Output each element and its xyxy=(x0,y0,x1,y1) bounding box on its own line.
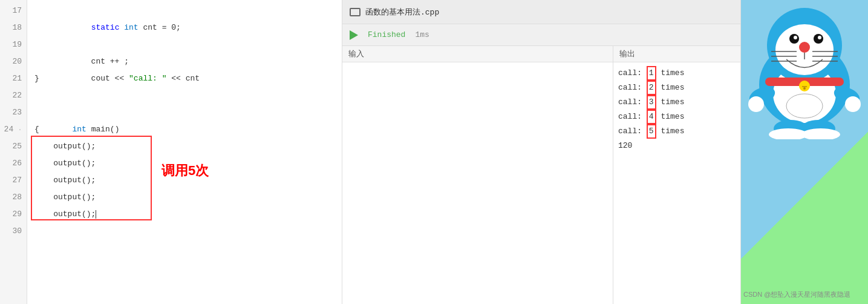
code-line-24: { xyxy=(34,121,342,138)
run-panel-title: 函数的基本用法.cpp xyxy=(365,7,439,18)
code-line-25: output(); xyxy=(34,138,342,155)
status-label: Finished xyxy=(368,30,405,39)
code-line-30 xyxy=(34,223,342,240)
code-line-28: output(); xyxy=(34,189,342,206)
code-line-23: int main() xyxy=(34,104,342,121)
csdn-watermark: CSDN @想坠入漫天星河随黑夜隐退 xyxy=(743,290,850,299)
time-label: 1ms xyxy=(415,30,429,39)
code-line-20: cout << "call: " << cnt xyxy=(34,53,342,70)
code-area: 17 18 19 20 21 22 23 24 · 25 26 27 28 29… xyxy=(0,0,342,304)
output-box-1: 1 xyxy=(647,66,656,81)
output-box-5: 5 xyxy=(647,124,656,139)
output-line-5: call: 5 times xyxy=(618,124,736,139)
svg-point-19 xyxy=(799,81,810,91)
output-box-4: 4 xyxy=(647,110,656,124)
output-line-1: call: 1 times xyxy=(618,66,736,81)
code-line-21: } xyxy=(34,70,342,87)
output-box-2: 2 xyxy=(647,81,656,95)
svg-point-8 xyxy=(794,36,797,39)
output-label: 输出 xyxy=(613,46,740,62)
output-area: 输出 call: 1 times call: 2 times call: 3 t… xyxy=(613,46,740,304)
svg-point-25 xyxy=(748,96,764,112)
output-box-3: 3 xyxy=(647,95,656,110)
annotation-label: 调用5次 xyxy=(162,162,209,179)
svg-point-21 xyxy=(803,87,806,90)
code-line-18 xyxy=(34,19,342,36)
play-button[interactable] xyxy=(350,30,358,40)
run-panel-header: 函数的基本用法.cpp xyxy=(342,0,740,24)
code-line-22 xyxy=(34,87,342,104)
svg-point-22 xyxy=(786,94,823,118)
code-line-19: cnt ++ ; xyxy=(34,36,342,53)
svg-point-10 xyxy=(799,42,810,53)
input-label: 输入 xyxy=(342,46,613,62)
image-area: CSDN @想坠入漫天星河随黑夜隐退 xyxy=(741,0,868,304)
io-area: 输入 输出 call: 1 times call: 2 times call: … xyxy=(342,46,740,304)
output-content: call: 1 times call: 2 times call: 3 time… xyxy=(613,62,740,304)
input-content[interactable] xyxy=(342,62,613,304)
output-line-2: call: 2 times xyxy=(618,81,736,95)
output-line-4: call: 4 times xyxy=(618,110,736,124)
code-editor: 17 18 19 20 21 22 23 24 · 25 26 27 28 29… xyxy=(0,0,342,304)
input-area: 输入 xyxy=(342,46,613,304)
run-panel: 函数的基本用法.cpp Finished 1ms 输入 输出 call: 1 t… xyxy=(342,0,741,304)
svg-point-9 xyxy=(818,36,821,39)
code-content: static int cnt = 0; cnt ++ ; cout << "ca… xyxy=(27,0,342,304)
code-line-17: static int cnt = 0; xyxy=(34,2,342,19)
svg-point-26 xyxy=(845,96,861,112)
output-line-plain: 120 xyxy=(618,139,736,153)
line-numbers: 17 18 19 20 21 22 23 24 · 25 26 27 28 29… xyxy=(0,0,27,304)
run-controls: Finished 1ms xyxy=(342,24,740,46)
doraemon-image xyxy=(741,0,868,304)
monitor-icon xyxy=(350,8,361,16)
output-line-3: call: 3 times xyxy=(618,95,736,110)
code-line-29: output(); xyxy=(34,206,342,223)
